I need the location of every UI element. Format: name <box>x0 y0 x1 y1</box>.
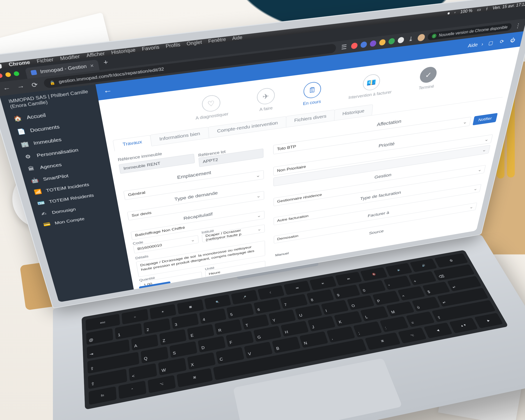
key[interactable]: I <box>321 300 349 315</box>
key[interactable]: 0 <box>358 280 386 295</box>
kebab-menu-icon[interactable]: ⋮ <box>514 21 523 30</box>
reload-button[interactable]: ⟳ <box>29 80 40 89</box>
key[interactable]: @ <box>86 328 113 345</box>
key[interactable]: G <box>253 326 281 342</box>
key[interactable]: $ <box>422 282 450 296</box>
download-icon[interactable]: ⤓ <box>406 35 415 43</box>
key[interactable]: = <box>406 311 435 327</box>
key[interactable]: 🔊 <box>410 258 437 272</box>
key[interactable]: ▦ <box>177 299 204 314</box>
key[interactable]: ⌃ <box>118 381 147 399</box>
key[interactable]: + <box>409 271 436 285</box>
key[interactable]: 2 <box>143 318 171 334</box>
key[interactable]: 7 <box>280 294 308 309</box>
key[interactable]: E <box>187 324 215 340</box>
key[interactable]: Q <box>141 346 169 363</box>
key[interactable]: L <box>360 306 389 322</box>
key[interactable]: F <box>225 331 254 347</box>
window-zoom-button[interactable] <box>13 71 20 76</box>
key[interactable]: ⏯ <box>309 276 337 291</box>
key[interactable]: H <box>281 321 309 337</box>
key[interactable]: esc <box>85 314 120 331</box>
extension-icon[interactable] <box>397 37 404 44</box>
key[interactable]: 1 <box>115 323 142 339</box>
key-space[interactable] <box>213 339 367 380</box>
bluetooth-icon[interactable]: ᚼ <box>485 6 488 11</box>
key[interactable]: ⌫ <box>433 264 475 281</box>
step-a-faire[interactable]: ✈︎ A faire <box>257 87 275 113</box>
key[interactable]: U <box>295 305 323 320</box>
key[interactable]: < <box>129 363 157 381</box>
refresh-icon[interactable]: ⟳ <box>497 37 506 46</box>
key[interactable]: V <box>244 342 272 359</box>
key[interactable]: ↵ <box>437 288 488 307</box>
key[interactable]: ⌥ <box>148 375 176 393</box>
key[interactable]: P <box>372 291 400 305</box>
key[interactable]: , <box>327 326 356 343</box>
window-close-button[interactable] <box>0 73 3 78</box>
key[interactable]: Y <box>268 309 296 325</box>
key[interactable]: 8 <box>306 289 334 304</box>
key[interactable]: 5 <box>226 304 254 319</box>
menu-icon[interactable]: ☰ <box>340 43 348 51</box>
key[interactable]: 4 <box>199 308 227 324</box>
key[interactable]: K <box>334 311 362 326</box>
key[interactable]: fn <box>89 386 117 405</box>
key[interactable]: ▶ <box>474 313 503 328</box>
notifier-button[interactable]: Notifier <box>472 113 498 125</box>
step-termine[interactable]: ✓ Terminé <box>418 66 438 91</box>
key[interactable]: A <box>131 334 158 351</box>
key[interactable]: 🔇 <box>360 267 388 281</box>
key[interactable]: O <box>347 295 375 310</box>
tab-close-icon[interactable]: × <box>90 62 94 69</box>
key[interactable]: Z <box>159 329 187 345</box>
key[interactable]: S <box>169 341 197 358</box>
key[interactable]: : <box>380 316 409 332</box>
key[interactable]: ^ <box>397 286 425 301</box>
step-intervention-facturer[interactable]: 💶 Intervention à facturer <box>348 72 394 100</box>
extension-icon[interactable] <box>379 39 386 46</box>
window-minimize-button[interactable] <box>5 72 11 77</box>
step-en-cours[interactable]: 🗓︎ En cours <box>303 81 322 106</box>
key[interactable]: 🔉 <box>385 263 412 277</box>
key[interactable]: ⇧ <box>88 369 127 389</box>
power-icon[interactable]: ⏻ <box>508 36 517 44</box>
apple-icon[interactable] <box>0 63 3 69</box>
key[interactable]: ; <box>353 321 382 337</box>
forward-button[interactable]: → <box>15 82 26 91</box>
extension-icon[interactable] <box>360 41 367 48</box>
key[interactable]: R <box>215 319 242 335</box>
key[interactable]: W <box>158 358 187 375</box>
step-diagnostiquer[interactable]: ♡ A diagnostiquer <box>194 93 229 121</box>
key[interactable]: ☀ <box>150 304 176 319</box>
key[interactable]: 6 <box>253 299 281 314</box>
key[interactable]: 3 <box>171 313 199 329</box>
key[interactable]: 🎤 <box>231 290 258 305</box>
back-button[interactable]: ← <box>1 84 12 93</box>
key[interactable]: 9 <box>332 285 360 299</box>
key[interactable]: X <box>187 352 216 370</box>
extension-icon[interactable] <box>351 42 358 49</box>
new-tab-button[interactable]: + <box>99 57 112 68</box>
back-arrow-button[interactable]: ← <box>103 86 113 96</box>
key[interactable]: T <box>242 314 269 330</box>
key[interactable]: ☼ <box>122 309 149 325</box>
key[interactable]: M <box>386 301 415 317</box>
wifi-icon[interactable]: ◦ <box>454 10 456 15</box>
key[interactable]: ⇪ <box>87 352 140 374</box>
key[interactable]: 🔍 <box>204 295 231 309</box>
help-link[interactable]: Aide <box>468 42 478 49</box>
device-icon[interactable]: ▢ <box>487 39 495 47</box>
key[interactable]: N <box>299 331 328 348</box>
key[interactable]: B <box>272 336 300 353</box>
key[interactable]: ⌥ <box>398 327 427 344</box>
profile-avatar[interactable] <box>417 34 425 41</box>
key[interactable]: ⏻ <box>434 253 468 268</box>
key[interactable]: ⇥ <box>87 339 130 359</box>
key[interactable]: D <box>198 336 226 353</box>
key[interactable]: ° <box>384 276 411 290</box>
key[interactable]: ⏮ <box>284 281 311 295</box>
key[interactable]: ⌘ <box>365 332 401 350</box>
key[interactable]: J <box>307 316 336 332</box>
key[interactable]: ⏭ <box>335 272 362 286</box>
